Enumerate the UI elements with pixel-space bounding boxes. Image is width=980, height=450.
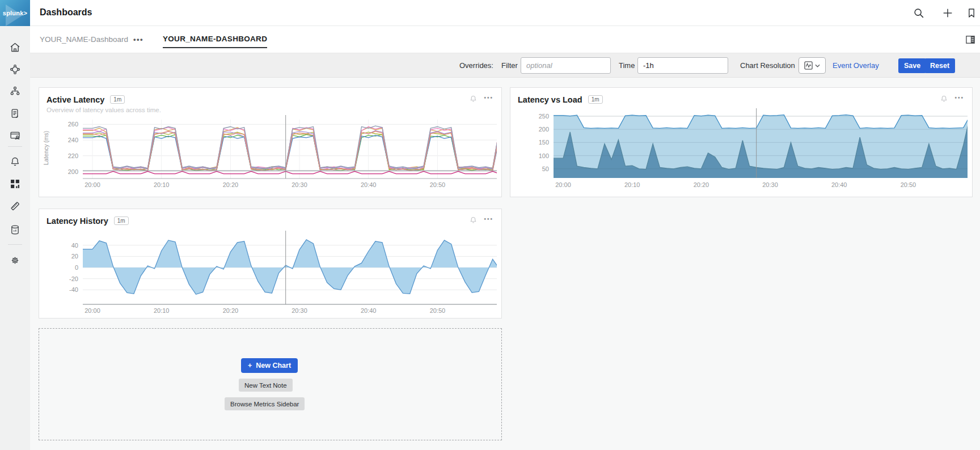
create-button[interactable] [939,5,956,22]
nav-metrics[interactable] [0,195,30,216]
nav-rum[interactable] [0,125,30,146]
chevron-down-icon [815,64,820,67]
gear-icon [9,254,21,266]
x-tick-label: 20:40 [831,181,847,188]
new-chart-button[interactable]: + New Chart [241,358,298,373]
y-tick-label: 40 [71,242,78,249]
plus-icon: + [248,362,252,370]
filter-input[interactable] [521,57,611,74]
bell-icon [940,95,948,103]
splunk-logo[interactable]: splunk> [0,0,30,26]
chart-title: Latency History [47,216,108,226]
bell-icon [9,156,21,168]
new-widget-dropzone: + New Chart New Text Note Browse Metrics… [39,328,502,440]
time-input[interactable] [637,57,728,74]
hierarchy-icon [9,86,21,97]
x-tick-label: 20:50 [430,307,446,314]
reset-button[interactable]: Reset [924,58,955,73]
x-tick-label: 20:30 [762,181,778,188]
chart-title: Active Latency [47,95,104,104]
x-tick-label: 20:20 [223,307,239,314]
nav-divider [8,244,22,245]
latency-vs-load-chart[interactable]: 2502001501005020:0020:1020:2020:3020:402… [510,103,973,198]
x-tick-label: 20:00 [85,307,100,314]
filter-label: Filter [501,61,518,70]
network-graph-icon [9,63,21,75]
event-overlay-link[interactable]: Event Overlay [833,61,879,70]
dashboard-header-row: YOUR_NAME-Dashboard ••• YOUR_NAME-DASHBO… [30,26,980,53]
x-tick-label: 20:50 [901,181,916,188]
browse-metrics-sidebar-button[interactable]: Browse Metrics Sidebar [225,397,305,410]
bell-icon [469,95,478,103]
x-tick-label: 20:30 [292,307,307,314]
rollup-badge: 1m [114,216,129,225]
log-document-icon [9,108,21,120]
y-tick-label: -40 [69,286,78,293]
latency-history-chart[interactable]: 40200-20-4020:0020:1020:2020:3020:4020:5… [39,227,502,319]
search-button[interactable] [910,5,927,22]
nav-home[interactable] [0,36,30,58]
nav-settings[interactable] [0,249,30,271]
left-nav [0,26,30,450]
y-tick-label: 0 [75,264,78,271]
overrides-toolbar: Overrides: Filter Time Chart Resolution … [30,53,980,78]
side-panel-icon [965,34,976,45]
y-tick-label: 260 [68,121,78,128]
chart-more-menu[interactable]: ••• [954,95,964,101]
y-tick-label: 150 [539,139,549,146]
plus-icon [941,7,954,19]
chart-card-latency-history[interactable]: Latency History1m ••• 40200-20-4020:0020… [39,209,502,319]
x-tick-label: 20:10 [154,307,170,314]
dashboard-group-name[interactable]: YOUR_NAME-Dashboard [40,35,128,44]
nav-log-observer[interactable] [0,103,30,124]
y-tick-label: 200 [68,168,78,175]
chart-more-menu[interactable]: ••• [484,216,493,222]
x-tick-label: 20:20 [694,181,709,188]
chart-alert-button[interactable] [469,216,478,227]
dashboard-group-menu[interactable]: ••• [131,33,146,46]
rollup-badge: 1m [110,95,125,104]
x-tick-label: 20:00 [85,181,100,188]
x-tick-label: 20:10 [154,181,170,188]
y-tick-label: -20 [69,275,78,282]
series-line-salmon [83,131,502,171]
series-line-olive [83,132,502,170]
nav-infrastructure[interactable] [0,58,30,80]
info-panel-toggle[interactable] [962,32,978,48]
x-tick-label: 20:40 [361,307,377,314]
nav-divider [8,146,22,147]
browser-user-icon [9,130,21,142]
bookmark-icon [966,7,977,19]
nav-service-map[interactable] [0,80,30,102]
new-text-note-button[interactable]: New Text Note [239,379,293,392]
x-tick-label: 20:20 [223,181,239,188]
nav-alerts[interactable] [0,151,30,172]
dashboard-tab-active[interactable]: YOUR_NAME-DASHBOARD [163,35,267,48]
y-tick-label: 220 [68,152,78,159]
x-tick-label: 20:50 [430,181,446,188]
top-bar: splunk> Dashboards [0,0,980,26]
page-title: Dashboards [40,7,92,18]
save-button[interactable]: Save [898,58,926,73]
overrides-label: Overrides: [459,61,493,70]
chart-more-menu[interactable]: ••• [484,95,493,101]
chart-card-active-latency[interactable]: Active Latency1m Overview of latency val… [39,87,502,197]
chart-resolution-dropdown[interactable] [799,57,826,74]
chart-card-latency-vs-load[interactable]: Latency vs Load1m ••• 2502001501005020:0… [510,87,973,197]
bookmark-button[interactable] [963,5,980,22]
x-tick-label: 20:40 [361,181,377,188]
chart-resolution-label: Chart Resolution [740,61,795,70]
nav-data-management[interactable] [0,219,30,240]
dashboards-grid-icon [9,178,21,190]
y-tick-label: 50 [542,165,549,172]
home-icon [9,41,21,53]
x-tick-label: 20:00 [555,181,571,188]
resolution-chart-icon [804,61,813,70]
nav-dashboards[interactable] [0,173,30,194]
bell-icon [469,216,478,224]
x-tick-label: 20:10 [624,181,640,188]
active-latency-chart[interactable]: 26024022020020:0020:1020:2020:3020:4020:… [39,112,502,198]
ruler-icon [9,200,21,212]
database-icon [9,224,21,236]
chart-alert-button[interactable] [469,95,478,105]
